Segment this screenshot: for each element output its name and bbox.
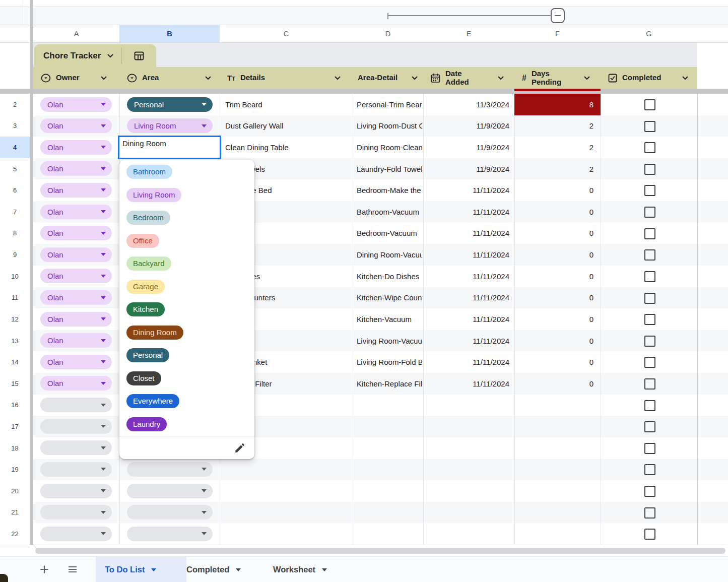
area-option-laundry[interactable]: Laundry — [126, 417, 167, 431]
completed-checkbox[interactable] — [644, 486, 655, 497]
row-header-4[interactable]: 4 — [0, 137, 30, 159]
area-detail-cell[interactable]: Bedroom-Make the Bed — [357, 179, 422, 201]
completed-checkbox[interactable] — [644, 507, 655, 519]
area-detail-cell[interactable]: Kitchen-Replace Filter — [357, 373, 422, 395]
row-header-11[interactable]: 11 — [0, 287, 30, 309]
owner-chip[interactable]: Olan — [40, 247, 112, 262]
days-pending-cell[interactable]: 0 — [514, 244, 593, 266]
area-detail-cell[interactable]: Dining Room-Vacuum — [357, 244, 422, 266]
owner-chip[interactable] — [40, 527, 112, 541]
date-added-cell[interactable]: 11/11/2024 — [423, 179, 514, 201]
area-chip[interactable] — [127, 527, 213, 541]
owner-chip[interactable]: Olan — [40, 376, 112, 391]
days-pending-cell[interactable]: 0 — [514, 223, 593, 244]
column-header-G[interactable]: G — [601, 25, 698, 42]
area-option-office[interactable]: Office — [126, 234, 159, 248]
days-pending-cell[interactable]: 0 — [514, 266, 593, 287]
table-header-details[interactable]: TTDetails — [220, 67, 353, 89]
row-header-15[interactable]: 15 — [0, 373, 30, 395]
details-cell[interactable]: Dust Gallery Wall — [225, 115, 352, 137]
row-header-9[interactable]: 9 — [0, 244, 30, 266]
table-header-area[interactable]: Area — [119, 67, 220, 89]
owner-chip[interactable] — [40, 484, 112, 498]
days-pending-cell[interactable]: 0 — [514, 308, 593, 330]
owner-chip[interactable] — [40, 398, 112, 412]
area-detail-cell[interactable]: Kitchen-Vacuum — [357, 308, 422, 330]
completed-checkbox[interactable] — [644, 400, 655, 411]
row-header-14[interactable]: 14 — [0, 351, 30, 373]
horizontal-scrollbar[interactable] — [35, 548, 725, 554]
table-grid-icon[interactable] — [121, 50, 156, 61]
days-pending-cell[interactable]: 0 — [514, 179, 593, 201]
owner-chip[interactable]: Olan — [40, 205, 112, 219]
row-header-6[interactable]: 6 — [0, 179, 30, 202]
owner-chip[interactable] — [40, 462, 112, 477]
row-header-18[interactable]: 18 — [0, 437, 30, 460]
owner-chip[interactable]: Olan — [40, 269, 112, 283]
days-pending-alert-cell[interactable]: 8 — [514, 94, 601, 115]
area-detail-cell[interactable]: Living Room-Fold Blanket — [357, 351, 422, 373]
tab-to-do-list[interactable]: To Do List — [96, 557, 186, 582]
area-option-kitchen[interactable]: Kitchen — [126, 302, 165, 316]
all-sheets-menu-button[interactable] — [63, 560, 82, 578]
row-header-5[interactable]: 5 — [0, 158, 30, 180]
area-detail-cell[interactable]: Bedroom-Vacuum — [357, 223, 422, 244]
date-added-cell[interactable]: 11/11/2024 — [423, 223, 514, 244]
date-added-cell[interactable]: 11/11/2024 — [423, 201, 514, 223]
area-detail-cell[interactable]: Laundry-Fold Towels — [357, 158, 422, 180]
row-header-12[interactable]: 12 — [0, 308, 30, 331]
row-header-3[interactable]: 3 — [0, 115, 30, 138]
area-option-bedroom[interactable]: Bedroom — [126, 211, 170, 225]
area-detail-cell[interactable]: Living Room-Vacuum — [357, 330, 422, 352]
area-option-dining-room[interactable]: Dining Room — [126, 326, 183, 340]
owner-chip[interactable]: Olan — [40, 333, 112, 348]
table-header-days-pending[interactable]: #Days Pending — [514, 67, 601, 89]
table-name-chip[interactable]: Chore Tracker — [34, 44, 156, 67]
completed-checkbox[interactable] — [644, 121, 655, 132]
area-chip[interactable] — [127, 484, 213, 498]
area-chip[interactable] — [127, 505, 213, 520]
date-added-cell[interactable]: 11/11/2024 — [423, 287, 514, 309]
area-detail-cell[interactable]: Living Room-Dust Gallery Wall — [357, 115, 422, 137]
column-header-E[interactable]: E — [423, 25, 515, 42]
area-detail-cell[interactable]: Kitchen-Do Dishes — [357, 266, 422, 287]
owner-chip[interactable]: Olan — [40, 140, 112, 155]
pencil-icon[interactable] — [234, 441, 246, 454]
completed-checkbox[interactable] — [644, 443, 655, 454]
table-header-area-detail[interactable]: Area-Detail — [353, 67, 423, 89]
completed-checkbox[interactable] — [644, 421, 655, 432]
row-header-17[interactable]: 17 — [0, 416, 30, 438]
date-added-cell[interactable]: 11/11/2024 — [423, 266, 514, 287]
area-chip[interactable] — [127, 462, 213, 477]
days-pending-cell[interactable]: 2 — [514, 115, 593, 137]
days-pending-cell[interactable]: 2 — [514, 158, 593, 180]
days-pending-cell[interactable]: 0 — [514, 201, 593, 223]
owner-chip[interactable] — [40, 419, 112, 434]
table-header-owner[interactable]: Owner — [33, 67, 119, 89]
date-added-cell[interactable]: 11/11/2024 — [423, 373, 514, 395]
owner-chip[interactable] — [40, 505, 112, 520]
column-header-F[interactable]: F — [514, 25, 601, 42]
row-header-22[interactable]: 22 — [0, 523, 30, 545]
date-added-cell[interactable]: 11/11/2024 — [423, 308, 514, 330]
owner-chip[interactable]: Olan — [40, 312, 112, 327]
filter-chevron-icon[interactable] — [334, 76, 341, 80]
area-detail-cell[interactable]: Dining Room-Clean Dining Table — [357, 137, 422, 158]
area-detail-cell[interactable]: Personal-Trim Beard — [357, 94, 422, 115]
area-option-closet[interactable]: Closet — [126, 371, 161, 385]
table-header-date-added[interactable]: Date Added — [423, 67, 514, 89]
completed-checkbox[interactable] — [644, 314, 655, 325]
row-header-13[interactable]: 13 — [0, 330, 30, 352]
owner-chip[interactable]: Olan — [40, 97, 112, 112]
details-cell[interactable]: Clean Dining Table — [225, 137, 352, 158]
completed-checkbox[interactable] — [644, 271, 655, 282]
table-header-completed[interactable]: Completed — [601, 67, 697, 89]
completed-checkbox[interactable] — [644, 529, 655, 540]
area-option-garage[interactable]: Garage — [126, 280, 165, 294]
area-chip[interactable]: Living Room — [127, 118, 213, 133]
days-pending-cell[interactable]: 0 — [514, 373, 593, 395]
completed-checkbox[interactable] — [644, 185, 655, 196]
row-header-19[interactable]: 19 — [0, 459, 30, 481]
column-header-D[interactable]: D — [353, 25, 424, 42]
area-option-personal[interactable]: Personal — [126, 348, 169, 362]
